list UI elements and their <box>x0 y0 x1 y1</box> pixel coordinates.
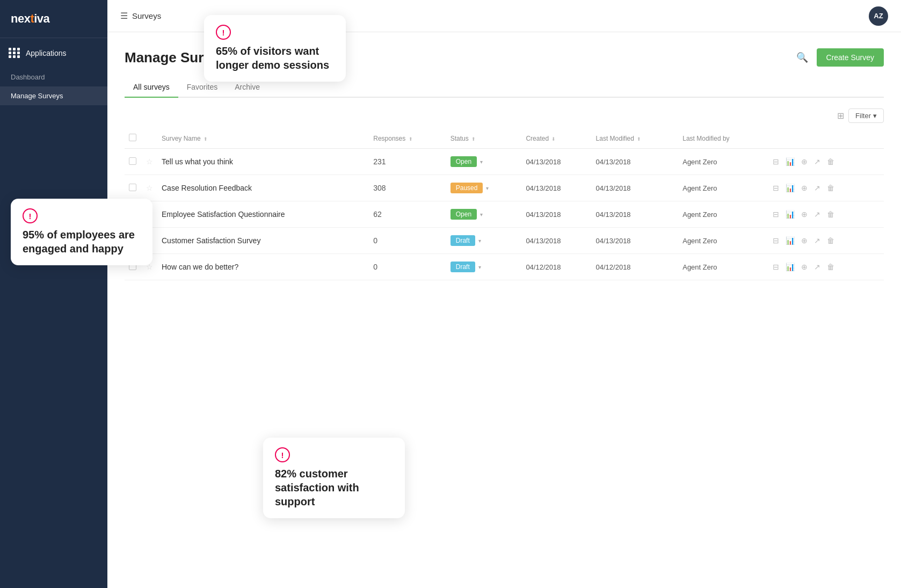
created-date-0: 04/13/2018 <box>521 149 591 175</box>
avatar[interactable]: AZ <box>869 6 888 26</box>
responses-2: 62 <box>369 201 446 228</box>
status-dropdown-4[interactable]: ▾ <box>477 264 481 270</box>
created-date-4: 04/12/2018 <box>521 254 591 280</box>
callout-left: ! 95% of employees are engaged and happy <box>11 199 152 265</box>
select-all-checkbox[interactable] <box>129 134 136 141</box>
status-cell-1: Paused ▾ <box>446 175 522 201</box>
chart-icon-2[interactable]: 📊 <box>784 209 796 220</box>
modified-by-4: Agent Zero <box>678 254 767 280</box>
star-icon-1[interactable]: ☆ <box>146 184 153 192</box>
responses-4: 0 <box>369 254 446 280</box>
table-controls: ⊞ Filter ▾ <box>125 108 884 123</box>
sort-arrow-name: ⬆ <box>204 136 208 142</box>
row-checkbox-0[interactable] <box>129 157 136 165</box>
col-modified-by: Last Modified by <box>678 128 767 149</box>
callout-bottom-text: 82% customer satisfaction with support <box>275 467 393 509</box>
copy-icon-3[interactable]: ⊟ <box>772 235 780 246</box>
delete-icon-3[interactable]: 🗑 <box>826 235 835 246</box>
share-icon-3[interactable]: ⊕ <box>800 235 809 246</box>
created-date-3: 04/13/2018 <box>521 228 591 254</box>
status-dropdown-1[interactable]: ▾ <box>485 185 489 191</box>
modified-by-1: Agent Zero <box>678 175 767 201</box>
status-badge-4: Draft <box>450 262 475 272</box>
status-badge-3: Draft <box>450 235 475 246</box>
header-actions: 🔍 Create Survey <box>794 48 884 67</box>
main-content: Manage Surveys 🔍 Create Survey All surve… <box>107 32 901 588</box>
status-dropdown-3[interactable]: ▾ <box>477 238 481 244</box>
status-cell-0: Open ▾ <box>446 149 522 175</box>
chart-icon-3[interactable]: 📊 <box>784 235 796 246</box>
table-row: ☆ Case Resolution Feedback 308 Paused ▾ … <box>125 175 884 201</box>
tab-all-surveys[interactable]: All surveys <box>125 77 178 98</box>
export-icon-2[interactable]: ↗ <box>813 209 822 220</box>
col-created: Created ⬇ <box>521 128 591 149</box>
status-badge-1: Paused <box>450 183 483 193</box>
row-checkbox-1[interactable] <box>129 184 136 191</box>
applications-label: Applications <box>26 49 67 57</box>
callout-top-text: 65% of visitors want longer demo session… <box>216 44 334 72</box>
export-icon-0[interactable]: ↗ <box>813 156 822 167</box>
export-icon-1[interactable]: ↗ <box>813 183 822 193</box>
survey-name-0: Tell us what you think <box>157 149 369 175</box>
delete-icon-2[interactable]: 🗑 <box>826 209 835 220</box>
chevron-down-icon: ▾ <box>873 112 877 120</box>
create-survey-button[interactable]: Create Survey <box>817 48 884 67</box>
search-button[interactable]: 🔍 <box>794 49 810 66</box>
table-row: ☆ Employee Satisfaction Questionnaire 62… <box>125 201 884 228</box>
delete-icon-0[interactable]: 🗑 <box>826 156 835 167</box>
sidebar-apps[interactable]: Applications <box>0 38 107 63</box>
col-survey-name: Survey Name ⬆ <box>157 128 369 149</box>
status-badge-2: Open <box>450 209 477 220</box>
delete-icon-4[interactable]: 🗑 <box>826 262 835 272</box>
share-icon-2[interactable]: ⊕ <box>800 209 809 220</box>
chart-icon-0[interactable]: 📊 <box>784 156 796 167</box>
col-status: Status ⬆ <box>446 128 522 149</box>
copy-icon-4[interactable]: ⊟ <box>772 262 780 272</box>
sort-arrow-created: ⬇ <box>551 136 556 142</box>
modified-date-3: 04/13/2018 <box>592 228 679 254</box>
responses-1: 308 <box>369 175 446 201</box>
share-icon-1[interactable]: ⊕ <box>800 183 809 193</box>
filter-button[interactable]: Filter ▾ <box>848 108 884 123</box>
chart-icon-1[interactable]: 📊 <box>784 183 796 193</box>
surveys-icon: ☰ <box>120 11 128 21</box>
filter-icon: ⊞ <box>837 111 844 121</box>
responses-3: 0 <box>369 228 446 254</box>
row-actions-2: ⊟ 📊 ⊕ ↗ 🗑 <box>772 209 880 220</box>
created-date-1: 04/13/2018 <box>521 175 591 201</box>
row-actions-4: ⊟ 📊 ⊕ ↗ 🗑 <box>772 262 880 272</box>
share-icon-0[interactable]: ⊕ <box>800 156 809 167</box>
export-icon-4[interactable]: ↗ <box>813 262 822 272</box>
status-badge-0: Open <box>450 156 477 167</box>
callout-bottom: ! 82% customer satisfaction with support <box>263 438 405 518</box>
col-last-modified: Last Modified ⬆ <box>592 128 679 149</box>
copy-icon-2[interactable]: ⊟ <box>772 209 780 220</box>
delete-icon-1[interactable]: 🗑 <box>826 183 835 193</box>
logo-text: nextiva <box>11 12 49 25</box>
status-dropdown-0[interactable]: ▾ <box>479 159 483 165</box>
survey-name-3: Customer Satisfaction Survey <box>157 228 369 254</box>
sort-arrow-modified: ⬆ <box>637 136 641 142</box>
status-dropdown-2[interactable]: ▾ <box>479 212 483 217</box>
copy-icon-0[interactable]: ⊟ <box>772 156 780 167</box>
modified-by-2: Agent Zero <box>678 201 767 228</box>
topbar-title: Surveys <box>132 11 161 20</box>
callout-left-icon: ! <box>23 208 38 223</box>
export-icon-3[interactable]: ↗ <box>813 235 822 246</box>
star-icon-0[interactable]: ☆ <box>146 157 153 166</box>
survey-name-1: Case Resolution Feedback <box>157 175 369 201</box>
survey-name-4: How can we do better? <box>157 254 369 280</box>
sidebar-item-manage-surveys[interactable]: Manage Surveys <box>0 86 107 105</box>
table-row: ☆ Tell us what you think 231 Open ▾ 04/1… <box>125 149 884 175</box>
row-actions-0: ⊟ 📊 ⊕ ↗ 🗑 <box>772 156 880 167</box>
callout-left-text: 95% of employees are engaged and happy <box>23 228 141 256</box>
sidebar-item-dashboard[interactable]: Dashboard <box>0 68 107 86</box>
share-icon-4[interactable]: ⊕ <box>800 262 809 272</box>
copy-icon-1[interactable]: ⊟ <box>772 183 780 193</box>
chart-icon-4[interactable]: 📊 <box>784 262 796 272</box>
table-row: ★ Customer Satisfaction Survey 0 Draft ▾… <box>125 228 884 254</box>
modified-by-3: Agent Zero <box>678 228 767 254</box>
status-cell-2: Open ▾ <box>446 201 522 228</box>
survey-name-2: Employee Satisfaction Questionnaire <box>157 201 369 228</box>
status-cell-3: Draft ▾ <box>446 228 522 254</box>
